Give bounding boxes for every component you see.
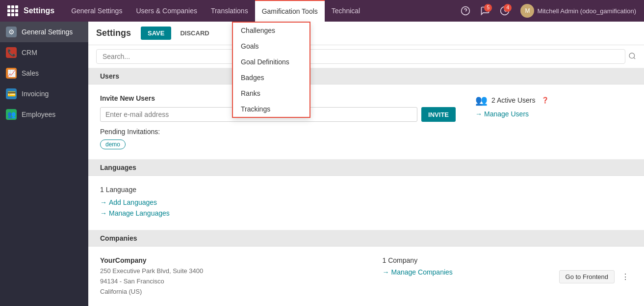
gamification-dropdown: Challenges Goals Goal Definitions Badges… xyxy=(232,22,310,118)
settings-header: Settings SAVE DISCARD xyxy=(88,22,644,45)
sidebar-label-employees: Employees xyxy=(22,111,55,118)
nav-translations[interactable]: Translations xyxy=(204,0,255,22)
topbar-nav: General Settings Users & Companies Trans… xyxy=(64,0,367,22)
sidebar-item-sales[interactable]: 📈 Sales xyxy=(0,63,88,83)
active-users-icon: 👥 xyxy=(475,94,488,106)
activities-badge: 4 xyxy=(504,4,512,12)
employees-icon: 👥 xyxy=(6,109,17,120)
sidebar-label-sales: Sales xyxy=(22,69,39,77)
language-count: 1 Language xyxy=(100,186,632,194)
save-button[interactable]: SAVE xyxy=(141,27,171,40)
languages-section: Languages 1 Language → Add Languages → M… xyxy=(88,160,644,230)
sidebar-item-invoicing[interactable]: 💳 Invoicing xyxy=(0,83,88,104)
users-section: Users Invite New Users INVITE Pending In… xyxy=(88,68,644,160)
demo-badge[interactable]: demo xyxy=(100,139,126,149)
user-menu[interactable]: M Mitchell Admin (odoo_gamification) xyxy=(516,4,640,18)
invoicing-icon: 💳 xyxy=(6,88,17,99)
companies-section-row: YourCompany 250 Executive Park Blvd, Sui… xyxy=(100,256,632,297)
dropdown-trackings[interactable]: Trackings xyxy=(233,101,309,117)
search-bar xyxy=(88,45,644,68)
nav-technical[interactable]: Technical xyxy=(325,0,367,22)
languages-section-body: 1 Language → Add Languages → Manage Lang… xyxy=(88,176,644,230)
users-section-header: Users xyxy=(88,68,644,84)
sidebar-label-invoicing: Invoicing xyxy=(22,90,49,98)
layout: ⚙ General Settings 📞 CRM 📈 Sales 💳 Invoi… xyxy=(0,22,644,306)
messages-badge: 5 xyxy=(484,4,492,12)
svg-point-2 xyxy=(629,53,635,58)
crm-icon: 📞 xyxy=(6,47,17,58)
companies-section: Companies YourCompany 250 Executive Park… xyxy=(88,230,644,306)
support-icon[interactable] xyxy=(458,3,473,19)
users-section-row: Invite New Users INVITE Pending Invitati… xyxy=(100,94,632,149)
pending-invitations-label: Pending Invitations: xyxy=(100,128,456,136)
company-right-col: 1 Company → Manage Companies xyxy=(383,256,540,297)
topbar-actions: 5 4 M Mitchell Admin (odoo_gamification) xyxy=(458,3,640,19)
page-title: Settings xyxy=(96,28,131,38)
sidebar-item-general-settings[interactable]: ⚙ General Settings xyxy=(0,22,88,42)
company-actions: Go to Frontend ⋮ xyxy=(559,256,632,297)
manage-users-arrow: → xyxy=(475,110,482,118)
nav-users-companies[interactable]: Users & Companies xyxy=(129,0,204,22)
languages-section-header: Languages xyxy=(88,160,644,176)
topbar: Settings General Settings Users & Compan… xyxy=(0,0,644,22)
manage-users-link[interactable]: → Manage Users xyxy=(475,110,632,118)
users-section-body: Invite New Users INVITE Pending Invitati… xyxy=(88,84,644,160)
apps-grid-icon xyxy=(7,5,18,16)
dropdown-challenges[interactable]: Challenges xyxy=(233,23,309,38)
settings-icon: ⚙ xyxy=(6,27,17,37)
sidebar-item-employees[interactable]: 👥 Employees xyxy=(0,104,88,125)
dropdown-goal-definitions[interactable]: Goal Definitions xyxy=(233,54,309,70)
search-input[interactable] xyxy=(96,49,625,64)
avatar: M xyxy=(520,4,534,18)
more-options-button[interactable]: ⋮ xyxy=(618,270,632,283)
help-icon[interactable]: ❓ xyxy=(541,97,549,104)
company-left-col: YourCompany 250 Executive Park Blvd, Sui… xyxy=(100,256,363,297)
company-address: 250 Executive Park Blvd, Suite 3400 9413… xyxy=(100,266,363,297)
discard-button[interactable]: DISCARD xyxy=(175,27,214,40)
company-name: YourCompany xyxy=(100,256,363,264)
go-to-frontend-button[interactable]: Go to Frontend xyxy=(559,270,615,283)
manage-languages-link[interactable]: → Manage Languages xyxy=(100,209,632,217)
sidebar-item-crm[interactable]: 📞 CRM xyxy=(0,42,88,63)
companies-section-header: Companies xyxy=(88,230,644,247)
active-users-count: 2 Active Users xyxy=(491,96,536,104)
search-icon[interactable] xyxy=(628,52,636,61)
sales-icon: 📈 xyxy=(6,68,17,79)
add-languages-link[interactable]: → Add Languages xyxy=(100,198,632,206)
main-content: Settings SAVE DISCARD Users Invite New U… xyxy=(88,22,644,306)
dropdown-badges[interactable]: Badges xyxy=(233,70,309,85)
nav-general-settings[interactable]: General Settings xyxy=(64,0,129,22)
dropdown-ranks[interactable]: Ranks xyxy=(233,85,309,101)
companies-section-body: YourCompany 250 Executive Park Blvd, Sui… xyxy=(88,247,644,306)
activities-icon[interactable]: 4 xyxy=(497,3,513,19)
dropdown-goals[interactable]: Goals xyxy=(233,38,309,54)
manage-companies-link[interactable]: → Manage Companies xyxy=(383,268,540,276)
username: Mitchell Admin (odoo_gamification) xyxy=(537,7,636,15)
apps-menu-button[interactable] xyxy=(4,2,22,20)
invite-button[interactable]: INVITE xyxy=(421,107,456,122)
sidebar-label-general-settings: General Settings xyxy=(22,28,73,36)
nav-gamification-tools[interactable]: Gamification Tools xyxy=(255,0,325,22)
sidebar: ⚙ General Settings 📞 CRM 📈 Sales 💳 Invoi… xyxy=(0,22,88,306)
active-users-row: 👥 2 Active Users ❓ xyxy=(475,94,632,106)
sidebar-label-crm: CRM xyxy=(22,49,37,56)
messages-icon[interactable]: 5 xyxy=(477,3,493,19)
users-right-col: 👥 2 Active Users ❓ → Manage Users xyxy=(475,94,632,149)
app-title[interactable]: Settings xyxy=(24,6,54,15)
company-count: 1 Company xyxy=(383,256,540,264)
svg-line-3 xyxy=(634,57,635,59)
